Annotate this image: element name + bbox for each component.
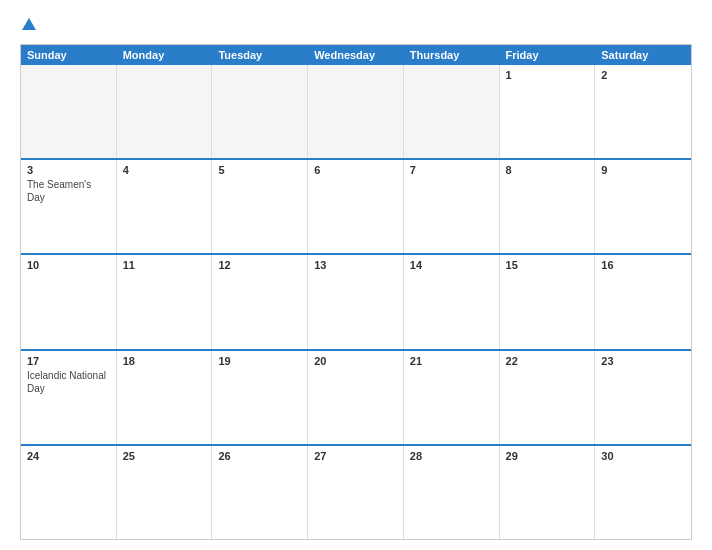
day-cell: 18: [117, 351, 213, 444]
day-cell: 8: [500, 160, 596, 253]
day-cell: 30: [595, 446, 691, 539]
day-number: 5: [218, 164, 301, 176]
week-row-2: 10111213141516: [21, 255, 691, 350]
day-cell: [21, 65, 117, 158]
day-cell: 20: [308, 351, 404, 444]
week-row-1: 3The Seamen's Day456789: [21, 160, 691, 255]
day-cell: 11: [117, 255, 213, 348]
day-number: 10: [27, 259, 110, 271]
col-header-tuesday: Tuesday: [212, 45, 308, 65]
week-row-4: 24252627282930: [21, 446, 691, 539]
event-label: Icelandic National Day: [27, 370, 106, 394]
day-number: 25: [123, 450, 206, 462]
header: [20, 18, 692, 32]
day-cell: 9: [595, 160, 691, 253]
col-header-thursday: Thursday: [404, 45, 500, 65]
day-cell: 21: [404, 351, 500, 444]
day-cell: 13: [308, 255, 404, 348]
day-number: 16: [601, 259, 685, 271]
day-number: 11: [123, 259, 206, 271]
day-cell: [404, 65, 500, 158]
day-cell: 10: [21, 255, 117, 348]
day-number: 19: [218, 355, 301, 367]
day-number: 18: [123, 355, 206, 367]
event-label: The Seamen's Day: [27, 179, 91, 203]
day-cell: 28: [404, 446, 500, 539]
col-header-wednesday: Wednesday: [308, 45, 404, 65]
day-number: 9: [601, 164, 685, 176]
week-row-0: 12: [21, 65, 691, 160]
calendar-grid: SundayMondayTuesdayWednesdayThursdayFrid…: [20, 44, 692, 540]
day-number: 22: [506, 355, 589, 367]
day-cell: 19: [212, 351, 308, 444]
day-cell: 12: [212, 255, 308, 348]
col-header-sunday: Sunday: [21, 45, 117, 65]
day-cell: 14: [404, 255, 500, 348]
day-number: 23: [601, 355, 685, 367]
day-cell: 17Icelandic National Day: [21, 351, 117, 444]
day-number: 26: [218, 450, 301, 462]
day-cell: [308, 65, 404, 158]
day-cell: 27: [308, 446, 404, 539]
day-number: 3: [27, 164, 110, 176]
day-cell: 29: [500, 446, 596, 539]
day-number: 28: [410, 450, 493, 462]
calendar-weeks: 123The Seamen's Day456789101112131415161…: [21, 65, 691, 539]
day-cell: [212, 65, 308, 158]
day-number: 15: [506, 259, 589, 271]
day-cell: [117, 65, 213, 158]
column-headers: SundayMondayTuesdayWednesdayThursdayFrid…: [21, 45, 691, 65]
day-number: 20: [314, 355, 397, 367]
calendar-page: SundayMondayTuesdayWednesdayThursdayFrid…: [0, 0, 712, 550]
day-number: 14: [410, 259, 493, 271]
day-number: 2: [601, 69, 685, 81]
day-cell: 16: [595, 255, 691, 348]
day-number: 12: [218, 259, 301, 271]
day-cell: 1: [500, 65, 596, 158]
day-number: 8: [506, 164, 589, 176]
day-cell: 15: [500, 255, 596, 348]
day-number: 30: [601, 450, 685, 462]
day-number: 29: [506, 450, 589, 462]
col-header-saturday: Saturday: [595, 45, 691, 65]
day-cell: 6: [308, 160, 404, 253]
day-number: 27: [314, 450, 397, 462]
day-cell: 25: [117, 446, 213, 539]
col-header-monday: Monday: [117, 45, 213, 65]
day-cell: 5: [212, 160, 308, 253]
day-number: 4: [123, 164, 206, 176]
day-cell: 22: [500, 351, 596, 444]
day-number: 13: [314, 259, 397, 271]
day-cell: 3The Seamen's Day: [21, 160, 117, 253]
day-number: 17: [27, 355, 110, 367]
col-header-friday: Friday: [500, 45, 596, 65]
day-cell: 23: [595, 351, 691, 444]
logo: [20, 18, 36, 32]
day-cell: 7: [404, 160, 500, 253]
day-cell: 24: [21, 446, 117, 539]
day-cell: 26: [212, 446, 308, 539]
logo-triangle-icon: [22, 18, 36, 30]
day-number: 24: [27, 450, 110, 462]
day-number: 6: [314, 164, 397, 176]
day-cell: 4: [117, 160, 213, 253]
day-number: 21: [410, 355, 493, 367]
day-number: 7: [410, 164, 493, 176]
day-cell: 2: [595, 65, 691, 158]
week-row-3: 17Icelandic National Day181920212223: [21, 351, 691, 446]
day-number: 1: [506, 69, 589, 81]
